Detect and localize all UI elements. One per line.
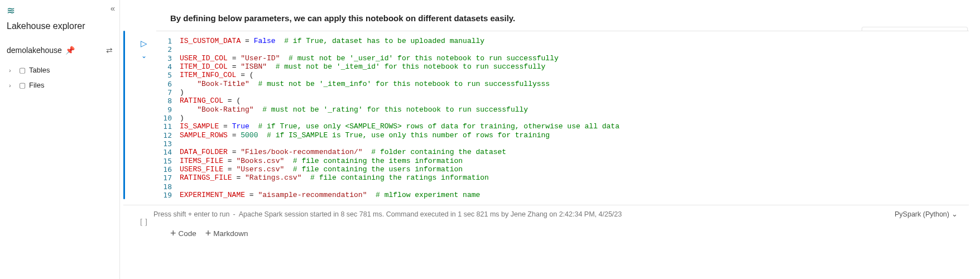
- line-number: 15: [156, 157, 180, 165]
- pin-icon[interactable]: 📌: [65, 46, 75, 55]
- add-code-cell-button[interactable]: + Code: [170, 228, 196, 238]
- code-line[interactable]: 9 "Book-Rating" # must not be '_rating' …: [156, 105, 969, 114]
- line-number: 2: [156, 45, 180, 54]
- lakehouse-name: demolakehouse: [7, 46, 62, 55]
- swap-icon[interactable]: ⇄: [106, 46, 113, 55]
- plus-icon: +: [205, 228, 212, 238]
- code-line[interactable]: 15ITEMS_FILE = "Books.csv" # file contai…: [156, 157, 969, 165]
- run-menu-chevron-icon[interactable]: ⌄: [141, 52, 147, 60]
- notebook-main: By defining below parameters, we can app…: [120, 0, 980, 279]
- code-line[interactable]: 3USER_ID_COL = "User-ID" # must not be '…: [156, 54, 969, 62]
- tree-item-files[interactable]: › ▢ Files: [7, 78, 113, 93]
- code-line[interactable]: 14DATA_FOLDER = "Files/book-recommendati…: [156, 148, 969, 156]
- tree-item-label: Tables: [29, 66, 50, 74]
- code-line[interactable]: 13: [156, 140, 969, 148]
- kernel-name: PySpark (Python): [895, 210, 949, 218]
- explorer-title: Lakehouse explorer: [7, 21, 113, 31]
- sidebar: « ≋ Lakehouse explorer demolakehouse 📌 ⇄…: [0, 0, 120, 279]
- line-number: 12: [156, 131, 180, 140]
- markdown-cell[interactable]: By defining below parameters, we can app…: [120, 0, 980, 31]
- folder-icon: ▢: [19, 81, 26, 89]
- chevron-right-icon: ›: [9, 67, 16, 74]
- code-line[interactable]: 2: [156, 45, 969, 54]
- code-line[interactable]: 11IS_SAMPLE = True # if True, use only <…: [156, 122, 969, 131]
- code-line[interactable]: 5ITEM_INFO_COL = (: [156, 71, 969, 79]
- line-number: 1: [156, 37, 180, 45]
- execution-status: Apache Spark session started in 8 sec 78…: [239, 210, 622, 218]
- chevron-right-icon: ›: [9, 82, 16, 89]
- cell-execution-index: [ ]: [140, 218, 147, 227]
- code-line[interactable]: 8RATING_COL = (: [156, 97, 969, 105]
- line-number: 4: [156, 62, 180, 71]
- cell-status-bar: Press shift + enter to run - Apache Spar…: [123, 205, 969, 223]
- line-number: 3: [156, 54, 180, 62]
- code-line[interactable]: 12SAMPLE_ROWS = 5000 # if IS_SAMPLE is T…: [156, 131, 969, 140]
- code-line[interactable]: 10): [156, 114, 969, 122]
- add-cell-row: + Code + Markdown: [120, 223, 980, 244]
- code-line[interactable]: 16USERS_FILE = "Users.csv" # file contai…: [156, 165, 969, 174]
- code-line[interactable]: 6 "Book-Title" # must not be '_item_info…: [156, 80, 969, 88]
- line-number: 16: [156, 165, 180, 174]
- line-number: 9: [156, 105, 180, 114]
- add-markdown-label: Markdown: [213, 229, 248, 238]
- line-number: 11: [156, 122, 180, 131]
- lakehouse-selector[interactable]: demolakehouse 📌 ⇄: [7, 42, 113, 58]
- collapse-sidebar-icon[interactable]: «: [111, 3, 115, 13]
- plus-icon: +: [170, 228, 176, 238]
- cell-selection-bar: [123, 31, 125, 199]
- lakehouse-logo-icon: ≋: [7, 4, 113, 17]
- code-line[interactable]: 7): [156, 88, 969, 97]
- line-number: 13: [156, 140, 180, 148]
- line-number: 5: [156, 71, 180, 79]
- code-cell[interactable]: ▷ ⌄ 1IS_CUSTOM_DATA = False # if True, d…: [120, 31, 980, 199]
- kernel-selector[interactable]: PySpark (Python) ⌄: [895, 210, 958, 218]
- folder-icon: ▢: [19, 66, 26, 74]
- add-code-label: Code: [179, 229, 196, 238]
- code-line[interactable]: 17RATINGS_FILE = "Ratings.csv" # file co…: [156, 174, 969, 182]
- line-number: 7: [156, 88, 180, 97]
- chevron-down-icon: ⌄: [952, 210, 958, 218]
- run-hint: Press shift + enter to run: [153, 210, 230, 218]
- line-number: 19: [156, 191, 180, 199]
- line-number: 17: [156, 174, 180, 182]
- code-line[interactable]: 4ITEM_ID_COL = "ISBN" # must not be '_it…: [156, 62, 969, 71]
- line-number: 6: [156, 80, 180, 88]
- line-number: 14: [156, 148, 180, 156]
- line-number: 10: [156, 114, 180, 122]
- tree-item-tables[interactable]: › ▢ Tables: [7, 62, 113, 78]
- code-line[interactable]: 19EXPERIMENT_NAME = "aisample-recommenda…: [156, 191, 969, 199]
- line-number: 8: [156, 97, 180, 105]
- tree-item-label: Files: [29, 81, 44, 89]
- code-editor[interactable]: 1IS_CUSTOM_DATA = False # if True, datas…: [156, 37, 969, 199]
- line-number: 18: [156, 182, 180, 191]
- code-line[interactable]: 1IS_CUSTOM_DATA = False # if True, datas…: [156, 37, 969, 45]
- code-line[interactable]: 18: [156, 182, 969, 191]
- run-cell-icon[interactable]: ▷: [141, 39, 147, 49]
- add-markdown-cell-button[interactable]: + Markdown: [205, 228, 248, 238]
- lakehouse-tree: › ▢ Tables › ▢ Files: [7, 62, 113, 93]
